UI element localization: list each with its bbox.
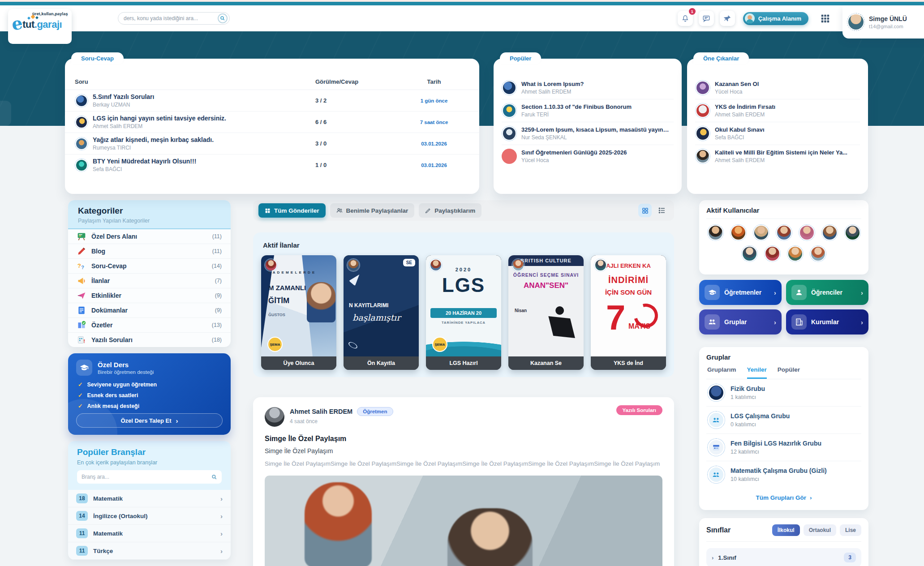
qa-row[interactable]: LGS için hangi yayın setini tavsiye eder… — [65, 111, 479, 133]
tab-tum-gonderiler[interactable]: Tüm Gönderiler — [258, 203, 326, 218]
user-avatar — [847, 13, 865, 31]
ad-card[interactable]: BRITISH CULTURE ÖĞRENCİ SEÇME SINAVI ANA… — [508, 255, 584, 370]
institutions-button[interactable]: Kurumlar› — [786, 309, 868, 334]
ad-footer-label: Ön Kayıtla — [344, 356, 419, 370]
list-view-toggle[interactable] — [655, 204, 669, 217]
featured-item[interactable]: Kazanan Sen OlYücel Hoca — [695, 77, 860, 99]
chevron-right-icon: › — [861, 289, 863, 296]
active-user-avatar[interactable] — [730, 224, 747, 241]
search-input[interactable] — [124, 15, 218, 21]
ad-footer-label: LGS Hazırl — [426, 356, 501, 370]
post-subtitle: Simge İle Özel Paylaşım — [265, 447, 662, 455]
active-user-avatar[interactable] — [776, 224, 792, 241]
search-icon[interactable] — [218, 13, 228, 23]
branch-search[interactable] — [77, 470, 222, 484]
group-item[interactable]: Fen Bilgisi LGS Hazırlık Grubu12 katılım… — [706, 434, 861, 461]
apps-grid-button[interactable] — [817, 11, 833, 26]
role-badge: Öğretmen — [357, 407, 393, 416]
branch-item[interactable]: 11 Türkçe › — [68, 542, 231, 560]
global-search[interactable] — [118, 12, 230, 25]
featured-item[interactable]: YKS de İndirim FırsatıAhmet Salih ERDEM — [695, 99, 860, 122]
request-lesson-button[interactable]: Özel Ders Talep Et — [76, 413, 223, 428]
avatar — [695, 126, 710, 141]
groups-tab-gruplarim[interactable]: Gruplarım — [707, 366, 736, 379]
classes-tab-ilkokul[interactable]: İlkokul — [772, 524, 800, 536]
popular-item[interactable]: Sınıf Öğretmenleri Günlüğü 2025-2026Yüce… — [502, 145, 674, 167]
classes-card: Sınıflar İlkokul Ortaokul Lise › 1.Sınıf… — [699, 518, 868, 566]
category-item-ozel-ders-alani[interactable]: Özel Ders Alanı(11) — [68, 229, 231, 244]
popular-item[interactable]: Section 1.10.33 of "de Finibus BonorumFa… — [502, 99, 674, 122]
chalkboard-icon — [77, 232, 86, 241]
group-item[interactable]: Fizik Grubu1 katılımcı — [706, 379, 861, 407]
notifications-button[interactable]: 1 — [678, 11, 693, 26]
branch-item[interactable]: 14 İngilizce (Ortaokul) › — [68, 507, 231, 525]
groups-tab-yeniler[interactable]: Yeniler — [747, 366, 767, 379]
qa-row[interactable]: Yağız atlar kişnedi, meşin kırbaç saklad… — [65, 133, 479, 154]
categories-card: Kategoriler Paylaşım Yapılan Kategoriler… — [68, 200, 231, 347]
active-user-avatar[interactable] — [764, 245, 781, 262]
popular-item[interactable]: What is Lorem Ipsum?Ahmet Salih ERDEM — [502, 77, 674, 99]
class-row[interactable]: › 1.Sınıf 3 — [706, 548, 861, 566]
active-user-avatar[interactable] — [753, 224, 769, 241]
qa-panel-tab[interactable]: Soru-Cevap — [71, 52, 124, 64]
post-author-name[interactable]: Ahmet Salih ERDEM — [290, 408, 352, 415]
category-item-yazili-sorulari[interactable]: ! Yazılı Soruları(18) — [68, 333, 231, 347]
ad-card[interactable]: 2020 LGS 20 HAZİRAN 20 TARİHİNDE YAPILAC… — [426, 255, 501, 370]
see-all-groups-link[interactable]: Tüm Grupları Gör — [706, 488, 861, 504]
groups-tab-populer[interactable]: Popüler — [778, 366, 800, 379]
qa-row[interactable]: BTY Yeni Müdredat Hayırlı Olsun!!!Sefa B… — [65, 154, 479, 176]
svg-text:!: ! — [83, 338, 85, 344]
category-item-etkinlikler[interactable]: Etkinlikler(9) — [68, 288, 231, 303]
classes-tab-ortaokul[interactable]: Ortaokul — [804, 524, 836, 536]
question-icon: ?? — [77, 262, 86, 270]
group-item[interactable]: LGS Çalışma Grubu0 katılımcı — [706, 407, 861, 434]
active-user-avatar[interactable] — [810, 245, 826, 262]
messages-button[interactable] — [699, 11, 714, 26]
workspace-button[interactable]: Çalışma Alanım — [743, 12, 808, 25]
classes-tab-lise[interactable]: Lise — [840, 524, 861, 536]
user-menu[interactable]: Simge ÜNLÜ t14@gmail.com — [842, 5, 924, 39]
active-user-avatar[interactable] — [741, 245, 758, 262]
active-user-avatar[interactable] — [799, 224, 815, 241]
logo-e: e — [11, 16, 23, 31]
popular-item[interactable]: 3259-Lorem Ipsum, kısaca Lipsum, masaüst… — [502, 122, 674, 145]
tab-paylastiklarim[interactable]: Paylaştıklarım — [419, 203, 481, 218]
active-user-avatar[interactable] — [707, 224, 724, 241]
category-item-blog[interactable]: Blog(11) — [68, 244, 231, 259]
category-item-soru-cevap[interactable]: ?? Soru-Cevap(14) — [68, 259, 231, 274]
ad-card[interactable]: AJLI ERKEN KA İNDİRİMİ İÇİN SON GÜN 7 MA… — [591, 255, 666, 370]
branch-item[interactable]: 11 Matematik › — [68, 525, 231, 542]
qa-row[interactable]: 5.Sınıf Yazılı SorularıBerkay UZMAN 3 / … — [65, 90, 479, 111]
post-author-avatar[interactable] — [265, 407, 284, 427]
featured-item[interactable]: Okul Kabul SınavıSefa BAĞCI — [695, 122, 860, 145]
logo[interactable]: üret,kullan,paylaş e tut.garajı — [8, 9, 72, 44]
active-user-avatar[interactable] — [821, 224, 838, 241]
branch-item[interactable]: 18 Matematik › — [68, 490, 231, 507]
category-item-ilanlar[interactable]: İlanlar(7) — [68, 274, 231, 288]
groups-button[interactable]: Gruplar› — [699, 309, 782, 334]
students-button[interactable]: Öğrenciler› — [786, 280, 868, 305]
category-item-dokumanlar[interactable]: Dokümanlar(9) — [68, 303, 231, 318]
group-item[interactable]: Matematik Çalışma Grubu (Gizli)10 katılı… — [706, 461, 861, 488]
tab-benimle-paylasilanlar[interactable]: Benimle Paylaşılanlar — [330, 203, 415, 218]
category-item-ozetler[interactable]: Özetler(13) — [68, 318, 231, 333]
post-title[interactable]: Simge İle Özel Paylaşım — [265, 435, 662, 443]
post-category-tag[interactable]: Yazılı Soruları — [616, 405, 662, 415]
popular-panel-tab[interactable]: Popüler — [500, 52, 541, 64]
featured-panel-tab[interactable]: Öne Çıkanlar — [693, 52, 749, 64]
featured-item[interactable]: Kaliteli ve Millî Bir Eğitim Sistemi içi… — [695, 145, 860, 167]
groups-card: Gruplar Gruplarım Yeniler Popüler Fizik … — [699, 347, 868, 510]
group-avatar — [707, 411, 725, 429]
teachers-button[interactable]: Öğretmenler› — [699, 280, 782, 305]
avatar — [429, 258, 443, 272]
class-count-badge: 3 — [844, 553, 856, 562]
ad-card[interactable]: K A D E M E L E R D E M ZAMANLI ĞİTİM ĞU… — [261, 255, 336, 370]
pin-button[interactable] — [720, 11, 735, 26]
grid-view-toggle[interactable] — [638, 204, 652, 217]
active-user-avatar[interactable] — [844, 224, 861, 241]
branch-search-input[interactable] — [82, 474, 211, 480]
active-user-avatar[interactable] — [787, 245, 804, 262]
ad-card[interactable]: SE N KAYITLARIMI başlamıştır Ön Kayıtla — [344, 255, 419, 370]
chevron-right-icon: › — [220, 530, 223, 537]
feed-tabs-bar: Tüm Gönderiler Benimle Paylaşılanlar Pay… — [253, 200, 674, 221]
